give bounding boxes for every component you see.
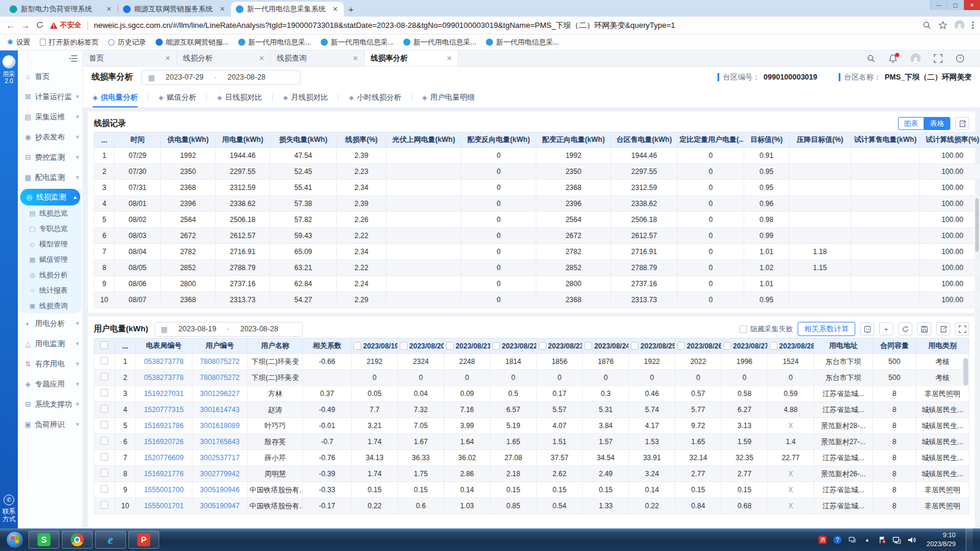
meter-no-link[interactable]: 1520777315 xyxy=(135,402,192,418)
meter-no-link[interactable]: 1555001701 xyxy=(135,498,192,514)
table-row[interactable]: 508/0225642506.1857.822.26025642506.1800… xyxy=(94,212,980,228)
page-tab[interactable]: 首页✕ xyxy=(83,50,177,66)
date-start[interactable]: 2023-07-29 xyxy=(166,73,204,81)
user-no-link[interactable]: 7808075272 xyxy=(192,354,247,370)
table-row[interactable]: 815169217763002779942周明慧-0.391.741.752.8… xyxy=(94,466,969,482)
chart-toggle-button[interactable]: 图表 xyxy=(898,117,924,130)
table-row[interactable]: 1015550017013005190947中国铁塔股份有...-0.170.2… xyxy=(94,498,969,514)
subtab[interactable]: ◈赋值分析 xyxy=(159,88,196,107)
date-column-checkbox[interactable] xyxy=(677,342,685,350)
table-row[interactable]: 107/2919921944.4647.542.39019921944.4600… xyxy=(94,148,980,164)
meter-no-link[interactable]: 0538273778 xyxy=(135,370,192,386)
row-checkbox[interactable] xyxy=(100,501,108,509)
table-row[interactable]: 307/3123682312.5955.412.34023682312.5900… xyxy=(94,180,980,196)
subtab[interactable]: ◈用户电量明细 xyxy=(422,88,475,107)
tab-close-icon[interactable]: ✕ xyxy=(219,5,226,13)
row-checkbox[interactable] xyxy=(100,453,108,461)
sidebar-item-meter-reading[interactable]: ◉抄表发布▼ xyxy=(18,127,83,147)
correlation-calc-button[interactable]: 相关系数计算 xyxy=(798,322,855,336)
tab-close-icon[interactable]: ✕ xyxy=(105,5,113,13)
save-icon[interactable] xyxy=(917,322,931,335)
user-energy-date-picker[interactable]: ▦ 2023-08-19 - 2023-08-28 xyxy=(154,322,303,337)
forward-icon[interactable]: → xyxy=(21,21,30,30)
table-row[interactable]: 1008/0723682313.7354.272.29023682313.730… xyxy=(94,292,980,308)
page-tab[interactable]: 线损率分析✕ xyxy=(365,50,459,66)
meter-no-link[interactable]: 1516920726 xyxy=(135,434,192,450)
refresh-icon[interactable] xyxy=(898,322,912,335)
taskbar-ie-icon[interactable]: e xyxy=(95,531,126,549)
row-checkbox[interactable] xyxy=(100,421,108,429)
subtab[interactable]: ◈月线损对比 xyxy=(283,88,328,107)
maximize-button[interactable]: ▢ xyxy=(947,0,963,10)
sidebar-item-orderly-usage[interactable]: ⇅有序用电▼ xyxy=(18,354,83,374)
browser-tab[interactable]: 新型电力负荷管理系统✕ xyxy=(5,2,118,17)
tray-window-icon[interactable] xyxy=(848,535,857,544)
table-row[interactable]: 915550017003005190946中国铁塔股份有...-0.330.15… xyxy=(94,482,969,498)
export-icon[interactable] xyxy=(936,322,950,335)
taskbar-wps-icon[interactable]: S xyxy=(29,531,59,549)
browser-profile-icon[interactable] xyxy=(954,20,965,30)
table-row[interactable]: 415207773153001614743赵涛-0.497.77.327.166… xyxy=(94,402,969,418)
tray-flag-icon[interactable] xyxy=(877,535,887,544)
date-column-checkbox[interactable] xyxy=(770,342,777,350)
add-icon[interactable]: ＋ xyxy=(879,322,893,335)
user-avatar[interactable] xyxy=(911,53,921,64)
browser-tab[interactable]: 新一代用电信息采集系统✕ xyxy=(231,2,344,17)
sidebar-item-metering[interactable]: ⊠计量运行监测▼ xyxy=(18,87,83,107)
sidebar-item-special-apps[interactable]: ◈专题应用▼ xyxy=(18,374,83,394)
sidebar-item-usage-monitor[interactable]: △用电监测▼ xyxy=(18,334,83,354)
bookmark-item[interactable]: 新一代用电信息采... xyxy=(403,37,476,48)
subtab[interactable]: ◈日线损对比 xyxy=(217,88,262,107)
export-icon[interactable] xyxy=(955,117,969,130)
meter-no-link[interactable]: 1516921786 xyxy=(135,418,192,434)
row-checkbox[interactable] xyxy=(100,405,108,413)
bookmark-item[interactable]: 新一代用电信息采... xyxy=(238,37,311,48)
bookmark-item[interactable]: ✱设置 xyxy=(7,37,30,48)
new-tab-button[interactable]: + xyxy=(344,2,358,16)
table-row[interactable]: 608/0326722612.5759.432.22026722612.5700… xyxy=(94,228,980,244)
sidebar-subitem[interactable]: ▤线损总览 xyxy=(19,205,81,221)
search-icon[interactable] xyxy=(867,54,875,63)
sidebar-subitem[interactable]: ▦赋值管理 xyxy=(19,252,81,267)
close-button[interactable]: ✕ xyxy=(963,0,980,10)
notification-bell-icon[interactable] xyxy=(889,54,897,63)
page-scrollbar[interactable] xyxy=(975,197,979,525)
row-checkbox[interactable] xyxy=(100,373,108,381)
page-tab[interactable]: 线损分析✕ xyxy=(177,50,271,66)
date-column-checkbox[interactable] xyxy=(584,342,592,350)
show-desktop-button[interactable] xyxy=(966,528,973,551)
sidebar-item-collection-ops[interactable]: ▤采集运维▼ xyxy=(18,107,83,127)
date-column-checkbox[interactable] xyxy=(353,342,361,350)
row-checkbox[interactable] xyxy=(100,389,108,397)
date-column-checkbox[interactable] xyxy=(492,342,500,350)
meter-no-link[interactable]: 1516921776 xyxy=(135,466,192,482)
minimize-button[interactable]: — xyxy=(930,0,947,10)
date-column-checkbox[interactable] xyxy=(631,342,638,350)
back-icon[interactable]: ← xyxy=(6,21,15,30)
fullscreen-icon[interactable] xyxy=(934,54,943,63)
table-scrollbar[interactable] xyxy=(963,358,968,501)
date-end[interactable]: 2023-08-28 xyxy=(227,73,265,81)
table-row[interactable]: 515169217863001618089叶巧巧-0.013.217.053.9… xyxy=(94,418,969,434)
sidebar-subitem[interactable]: ○统计报表 xyxy=(19,283,81,298)
subtab[interactable]: ◈小时线损分析 xyxy=(349,88,401,107)
table-row[interactable]: 615169207263001765643殷存英-0.71.741.671.64… xyxy=(94,434,969,450)
user-no-link[interactable]: 3005190947 xyxy=(192,498,247,514)
meter-no-link[interactable]: 1519227031 xyxy=(135,386,192,402)
table-row[interactable]: 105382737787808075272下坝(二)环美变-0.66219223… xyxy=(94,354,969,370)
table-row[interactable]: 205382737787808075272下坝(二)环美变0000000000东… xyxy=(94,370,969,386)
sidebar-item-load-identify[interactable]: ▣负荷辨识▼ xyxy=(18,414,83,435)
user-no-link[interactable]: 3001614743 xyxy=(192,402,247,418)
security-warning[interactable]: 不安全 xyxy=(50,20,81,30)
row-checkbox[interactable] xyxy=(100,469,108,477)
sidebar-subitem[interactable]: ◇模型管理 xyxy=(19,236,81,252)
sidebar-item-system-support[interactable]: ⊞系统支撑功能▼ xyxy=(18,394,83,414)
browser-menu-icon[interactable] xyxy=(972,21,974,30)
taskbar-chrome-icon[interactable] xyxy=(62,531,93,549)
bookmark-item[interactable]: 新一代用电信息采... xyxy=(486,37,559,48)
user-no-link[interactable]: 3001618089 xyxy=(192,418,247,434)
date-range-picker[interactable]: ▦ 2023-07-29 - 2023-08-28 xyxy=(141,70,301,85)
date-column-checkbox[interactable] xyxy=(446,342,454,350)
table-row[interactable]: 315192270313001296227方林0.370.050.040.090… xyxy=(94,386,969,402)
bookmark-item[interactable]: 能源互联网营销服... xyxy=(156,37,229,48)
